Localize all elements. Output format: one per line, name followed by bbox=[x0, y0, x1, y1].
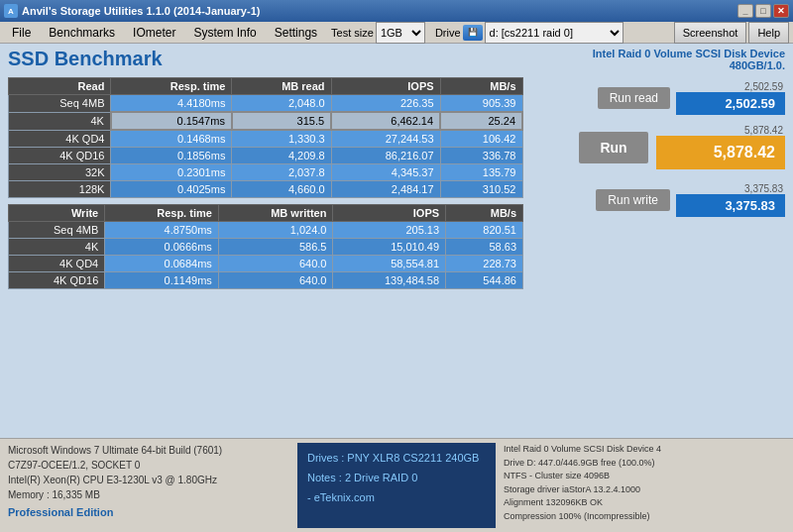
drives-line3: - eTeknix.com bbox=[307, 488, 486, 508]
menu-file[interactable]: File bbox=[4, 24, 39, 42]
read-cell-1-4: 25.24 bbox=[440, 112, 522, 130]
testsize-label: Test size bbox=[331, 27, 374, 39]
read-cell-0-4: 905.39 bbox=[440, 95, 522, 113]
write-cell-1-1: 0.0666ms bbox=[105, 239, 219, 256]
write-cell-2-2: 640.0 bbox=[218, 256, 333, 272]
write-iops-header: IOPS bbox=[333, 205, 446, 222]
read-cell-2-0: 4K QD4 bbox=[9, 130, 111, 148]
read-cell-4-4: 135.79 bbox=[440, 164, 522, 181]
write-row-2: 4K QD40.0684ms640.058,554.81228.73 bbox=[9, 256, 523, 272]
write-cell-1-4: 58.63 bbox=[446, 239, 523, 256]
read-cell-3-4: 336.78 bbox=[440, 148, 522, 164]
write-row-0: Seq 4MB4.8750ms1,024.0205.13820.51 bbox=[9, 222, 523, 239]
info-line3: NTFS - Cluster size 4096B bbox=[504, 470, 785, 483]
read-cell-3-3: 86,216.07 bbox=[331, 148, 440, 164]
read-cell-1-2: 315.5 bbox=[232, 112, 331, 130]
read-cell-5-2: 4,660.0 bbox=[232, 181, 331, 198]
write-cell-1-3: 15,010.49 bbox=[333, 239, 446, 256]
read-row-1: 4K0.1547ms315.56,462.1425.24 bbox=[9, 112, 523, 130]
read-cell-0-2: 2,048.0 bbox=[232, 95, 331, 113]
right-panel: Run read 2,502.59 2,502.59 Run 5,878.42 … bbox=[529, 77, 785, 434]
write-score-label: 3,375.83 bbox=[744, 183, 785, 194]
write-cell-1-2: 586.5 bbox=[218, 239, 333, 256]
status-edition: Professional Edition bbox=[8, 504, 289, 521]
benchmark-device: Intel Raid 0 Volume SCSI Disk Device 480… bbox=[593, 48, 785, 71]
read-col-header: Read bbox=[9, 78, 111, 95]
run-button[interactable]: Run bbox=[579, 132, 648, 163]
window-title: Anvil's Storage Utilities 1.1.0 (2014-Ja… bbox=[22, 5, 260, 17]
total-score-label: 5,878.42 bbox=[744, 125, 785, 136]
help-button[interactable]: Help bbox=[748, 22, 789, 44]
mbs-col-header: MB/s bbox=[440, 78, 522, 95]
app-icon: A bbox=[4, 4, 18, 18]
drive-icon: 💾 bbox=[463, 25, 483, 41]
read-cell-5-4: 310.52 bbox=[440, 181, 522, 198]
device-line2: 480GB/1.0. bbox=[593, 59, 785, 71]
read-cell-0-1: 4.4180ms bbox=[111, 95, 232, 113]
menu-settings[interactable]: Settings bbox=[267, 24, 325, 42]
run-write-button[interactable]: Run write bbox=[596, 189, 670, 211]
read-cell-4-0: 32K bbox=[9, 164, 111, 181]
drives-line2: Notes : 2 Drive RAID 0 bbox=[307, 469, 486, 488]
status-os: Microsoft Windows 7 Ultimate 64-bit Buil… bbox=[8, 443, 289, 458]
read-score-label: 2,502.59 bbox=[744, 81, 785, 92]
status-right: Intel Raid 0 Volume SCSI Disk Device 4 D… bbox=[504, 443, 785, 528]
menu-benchmarks[interactable]: Benchmarks bbox=[41, 24, 123, 42]
write-mbwritten-header: MB written bbox=[218, 205, 333, 222]
testsize-select[interactable]: 1GB bbox=[376, 22, 425, 44]
read-cell-3-0: 4K QD16 bbox=[9, 148, 111, 164]
read-table: Read Resp. time MB read IOPS MB/s Seq 4M… bbox=[8, 77, 523, 198]
maximize-button[interactable]: □ bbox=[755, 4, 771, 18]
read-cell-2-3: 27,244.53 bbox=[331, 130, 440, 148]
read-cell-5-3: 2,484.17 bbox=[331, 181, 440, 198]
read-cell-3-1: 0.1856ms bbox=[111, 148, 232, 164]
write-cell-2-4: 228.73 bbox=[446, 256, 523, 272]
write-table: Write Resp. time MB written IOPS MB/s Se… bbox=[8, 204, 523, 289]
read-cell-1-1: 0.1547ms bbox=[111, 112, 232, 130]
tables-area: Read Resp. time MB read IOPS MB/s Seq 4M… bbox=[8, 77, 523, 434]
read-cell-4-2: 2,037.8 bbox=[232, 164, 331, 181]
benchmark-header: SSD Benchmark Intel Raid 0 Volume SCSI D… bbox=[0, 44, 793, 73]
run-main-block: Run 5,878.42 5,878.42 bbox=[529, 125, 785, 169]
menu-iometer[interactable]: IOmeter bbox=[125, 24, 183, 42]
minimize-button[interactable]: _ bbox=[737, 4, 753, 18]
run-read-button[interactable]: Run read bbox=[598, 87, 670, 109]
write-cell-2-3: 58,554.81 bbox=[333, 256, 446, 272]
close-button[interactable]: ✕ bbox=[773, 4, 789, 18]
write-row-1: 4K0.0666ms586.515,010.4958.63 bbox=[9, 239, 523, 256]
read-cell-4-3: 4,345.37 bbox=[331, 164, 440, 181]
mbread-col-header: MB read bbox=[232, 78, 331, 95]
info-line1: Intel Raid 0 Volume SCSI Disk Device 4 bbox=[504, 443, 785, 457]
read-cell-5-0: 128K bbox=[9, 181, 111, 198]
read-cell-3-2: 4,209.8 bbox=[232, 148, 331, 164]
status-memory: Memory : 16,335 MB bbox=[8, 487, 289, 502]
drive-select[interactable]: d: [cs2211 raid 0] bbox=[485, 22, 623, 44]
write-cell-0-3: 205.13 bbox=[333, 222, 446, 239]
info-line6: Alignment 132096KB OK bbox=[504, 496, 785, 510]
write-cell-0-2: 1,024.0 bbox=[218, 222, 333, 239]
write-score-value: 3,375.83 bbox=[676, 194, 785, 217]
menu-bar: File Benchmarks IOmeter System Info Sett… bbox=[0, 22, 793, 44]
write-cell-2-0: 4K QD4 bbox=[9, 256, 105, 272]
device-line1: Intel Raid 0 Volume SCSI Disk Device bbox=[593, 48, 785, 59]
drives-line1: Drives : PNY XLR8 CS2211 240GB bbox=[307, 449, 486, 469]
write-cell-3-3: 139,484.58 bbox=[333, 272, 446, 289]
status-cpu1: C7Z97-OCEE/1.2, SOCKET 0 bbox=[8, 458, 289, 473]
benchmark-title: SSD Benchmark bbox=[8, 48, 163, 70]
resptime-col-header: Resp. time bbox=[111, 78, 232, 95]
read-row-5: 128K0.4025ms4,660.02,484.17310.52 bbox=[9, 181, 523, 198]
info-line2: Drive D: 447.0/446.9GB free (100.0%) bbox=[504, 457, 785, 471]
screenshot-button[interactable]: Screenshot bbox=[674, 22, 747, 44]
write-cell-0-0: Seq 4MB bbox=[9, 222, 105, 239]
run-write-block: Run write 3,375.83 3,375.83 bbox=[529, 183, 785, 217]
info-line4: Storage driver iaStorA 13.2.4.1000 bbox=[504, 483, 785, 497]
read-cell-2-1: 0.1468ms bbox=[111, 130, 232, 148]
read-cell-0-3: 226.35 bbox=[331, 95, 440, 113]
menu-systeminfo[interactable]: System Info bbox=[185, 24, 264, 42]
status-middle: Drives : PNY XLR8 CS2211 240GB Notes : 2… bbox=[297, 443, 496, 528]
write-row-3: 4K QD160.1149ms640.0139,484.58544.86 bbox=[9, 272, 523, 289]
read-row-0: Seq 4MB4.4180ms2,048.0226.35905.39 bbox=[9, 95, 523, 113]
status-cpu2: Intel(R) Xeon(R) CPU E3-1230L v3 @ 1.80G… bbox=[8, 473, 289, 487]
write-resptime-header: Resp. time bbox=[105, 205, 219, 222]
write-cell-3-2: 640.0 bbox=[218, 272, 333, 289]
